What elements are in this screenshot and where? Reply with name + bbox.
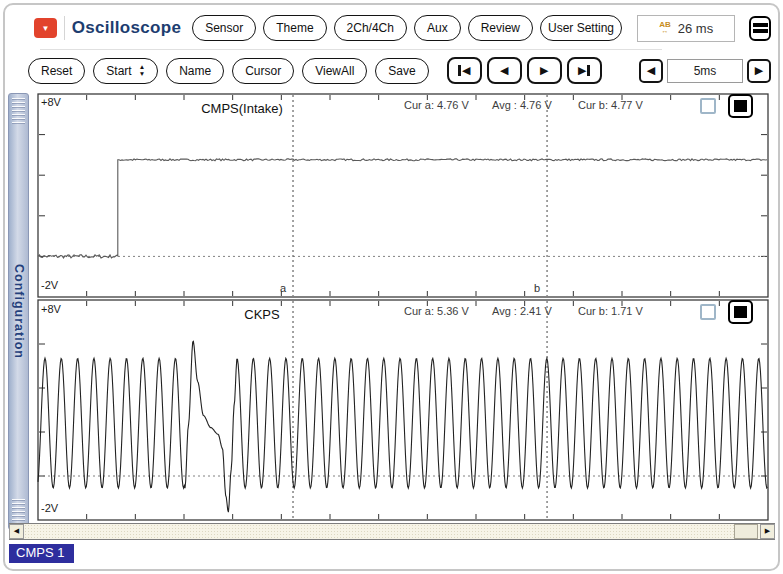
panel2-avg-readout: Avg : 2.41 V bbox=[492, 305, 552, 317]
panel1-channel-color-button[interactable] bbox=[728, 94, 753, 118]
page-title: Oscilloscope bbox=[72, 18, 181, 38]
toolbar-top: ▼ Oscilloscope Sensor Theme 2Ch/4Ch Aux … bbox=[34, 13, 771, 43]
panel1-cursor-b-readout: Cur b: 4.77 V bbox=[578, 99, 643, 111]
panel2-title: CKPS bbox=[172, 307, 352, 322]
scroll-right-button[interactable]: ▶ bbox=[760, 524, 775, 539]
scrollbar-thumb[interactable] bbox=[734, 524, 758, 539]
left-arrow-icon: ◀ bbox=[647, 64, 655, 77]
channel-color-swatch bbox=[734, 306, 747, 318]
panel1-avg-readout: Avg : 4.76 V bbox=[492, 99, 552, 111]
panel2-bottom-voltage-label: -2V bbox=[41, 502, 58, 514]
skip-to-start-button[interactable]: ◀ bbox=[447, 57, 482, 84]
spinner-icon: ▲▼ bbox=[139, 64, 145, 77]
scope-area: +8V -2V CMPS(Intake) Cur a: 4.76 V Avg :… bbox=[30, 93, 779, 525]
skip-start-icon bbox=[458, 65, 461, 76]
step-forward-button[interactable]: ▶ bbox=[527, 57, 562, 84]
skip-end-icon bbox=[587, 65, 590, 76]
scroll-left-button[interactable]: ◀ bbox=[9, 524, 24, 539]
step-back-icon: ◀ bbox=[500, 64, 508, 77]
panel1-title: CMPS(Intake) bbox=[152, 101, 332, 116]
right-arrow-icon: ▶ bbox=[765, 527, 770, 535]
timebase-control: ◀ 5ms ▶ bbox=[639, 59, 771, 83]
horizontal-scrollbar[interactable]: ◀ ▶ bbox=[9, 523, 775, 540]
window-menu-button[interactable] bbox=[749, 16, 771, 41]
toolbar-second: Reset Start ▲▼ Name Cursor ViewAll Save … bbox=[28, 56, 771, 85]
theme-button[interactable]: Theme bbox=[263, 15, 326, 41]
step-back-button[interactable]: ◀ bbox=[487, 57, 522, 84]
panel2-cursor-a-readout: Cur a: 5.36 V bbox=[404, 305, 469, 317]
timebase-decrease-button[interactable]: ◀ bbox=[639, 59, 663, 83]
panel2-visibility-checkbox[interactable] bbox=[700, 304, 716, 320]
dropdown-icon: ▼ bbox=[42, 24, 50, 33]
panel1-top-voltage-label: +8V bbox=[41, 96, 61, 108]
reset-button[interactable]: Reset bbox=[28, 58, 85, 84]
channel-mode-button[interactable]: 2Ch/4Ch bbox=[334, 15, 407, 41]
aux-button[interactable]: Aux bbox=[414, 15, 461, 41]
sensor-button[interactable]: Sensor bbox=[192, 15, 256, 41]
start-button[interactable]: Start ▲▼ bbox=[93, 58, 158, 84]
viewall-button[interactable]: ViewAll bbox=[302, 58, 367, 84]
panel1-bottom-voltage-label: -2V bbox=[41, 279, 58, 291]
menu-icon bbox=[753, 23, 768, 27]
cursor-delta-time-display: AB↔ 26 ms bbox=[637, 15, 735, 42]
delta-time-value: 26 ms bbox=[678, 21, 713, 36]
panel2-top-voltage-label: +8V bbox=[41, 303, 61, 315]
sidebar-tab-configuration[interactable]: Configuration bbox=[8, 93, 29, 530]
channel-color-swatch bbox=[734, 100, 747, 112]
status-badge: CMPS 1 bbox=[9, 544, 74, 563]
divider bbox=[64, 16, 65, 40]
cursor-b-label: b bbox=[534, 282, 540, 294]
panel2-channel-color-button[interactable] bbox=[728, 300, 753, 324]
timebase-value: 5ms bbox=[667, 59, 743, 83]
toolbar-separator bbox=[40, 49, 662, 50]
timebase-increase-button[interactable]: ▶ bbox=[747, 59, 771, 83]
panel1-cursor-a-readout: Cur a: 4.76 V bbox=[404, 99, 469, 111]
skip-to-end-button[interactable]: ▶ bbox=[567, 57, 602, 84]
ab-cursor-icon: AB↔ bbox=[659, 21, 671, 34]
sidebar-tab-label: Configuration bbox=[12, 264, 26, 359]
name-button[interactable]: Name bbox=[166, 58, 224, 84]
review-button[interactable]: Review bbox=[468, 15, 533, 41]
save-button[interactable]: Save bbox=[375, 58, 428, 84]
panel1-visibility-checkbox[interactable] bbox=[700, 98, 716, 114]
grip-icon bbox=[12, 499, 25, 525]
grip-icon bbox=[12, 98, 25, 124]
cursor-a-label: a bbox=[280, 282, 286, 294]
step-forward-icon: ▶ bbox=[540, 64, 548, 77]
app-menu-button[interactable]: ▼ bbox=[34, 18, 57, 38]
cursor-button[interactable]: Cursor bbox=[232, 58, 294, 84]
left-arrow-icon: ◀ bbox=[14, 527, 19, 535]
right-arrow-icon: ▶ bbox=[755, 64, 763, 77]
panel2-cursor-b-readout: Cur b: 1.71 V bbox=[578, 305, 643, 317]
playback-controls: ◀ ◀ ▶ ▶ bbox=[447, 57, 602, 84]
user-setting-button[interactable]: User Setting bbox=[540, 15, 622, 41]
